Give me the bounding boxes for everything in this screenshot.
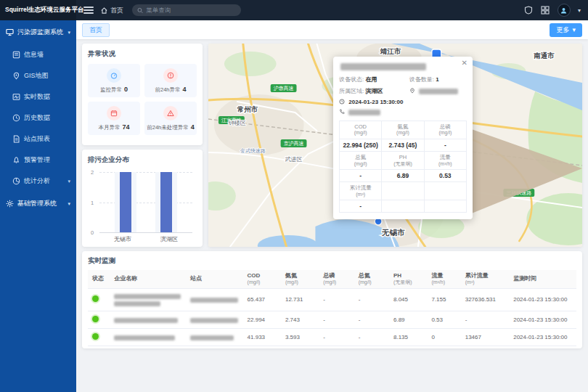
sidebar-root-pollution-monitoring[interactable]: 污染源监测系统 ▾ [0, 20, 76, 44]
sidebar-item-alert-management[interactable]: 预警管理 [0, 150, 76, 171]
tile-month-abnormal[interactable]: 本月异常74 [88, 102, 140, 135]
realtime-monitor-card: 实时监测 状态 企业名称 站点 COD(mg/l) 氨氮(mg/l) 总磷(mg… [82, 251, 582, 348]
popup-val-total-flow: - [340, 200, 382, 213]
popup-val-flow: 0.53 [424, 170, 466, 182]
bar-chart: 2 1 0 [99, 172, 192, 233]
sidebar-item-gis-map[interactable]: GIS地图 [0, 65, 76, 86]
table-row[interactable]: 41.933 3.593 - - 8.135 0 13467 2024-01-2… [88, 329, 576, 346]
chevron-down-icon[interactable]: ▾ [578, 7, 581, 14]
popup-col-ph: PH(无量纲) [382, 152, 424, 170]
redacted-site [190, 335, 234, 340]
table-row[interactable]: 22.994 2.743 - - 6.89 0.53 - 2024-01-23 … [88, 311, 576, 329]
gis-map[interactable]: 沪蓉高速 江宜高速 京沪高速 三环快速路 金武快速路 靖江市 南通市 常州市 钟… [208, 44, 582, 247]
empty-cell [424, 200, 466, 213]
sidebar-item-label: 统计分析 [24, 176, 50, 186]
redacted-address [419, 89, 458, 94]
sidebar-item-realtime-data[interactable]: 实时数据 [0, 86, 76, 107]
home-icon [101, 7, 107, 14]
tile-label: 监控异常 [100, 86, 122, 94]
top-bar: Squirrel生态环境云服务平台 首页 ▾ [0, 0, 588, 20]
svg-text:常州市: 常州市 [237, 105, 258, 113]
sidebar-item-label: 站点报表 [24, 134, 50, 144]
bar-binhu[interactable] [160, 172, 172, 232]
empty-cell [382, 200, 424, 213]
user-avatar[interactable] [558, 4, 571, 17]
sidebar-item-site-report[interactable]: 站点报表 [0, 128, 76, 150]
sidebar-item-history-data[interactable]: 历史数据 [0, 107, 76, 128]
close-icon[interactable]: ✕ [462, 59, 467, 67]
device-count-label: 设备数量: [409, 76, 434, 83]
y-tick: 2 [91, 169, 94, 176]
redacted-company [114, 294, 181, 299]
table-row[interactable]: 65.437 12.731 - - 8.045 7.155 327636.531… [88, 288, 576, 311]
redacted-site [190, 298, 238, 303]
popup-val-ph: 6.89 [382, 170, 424, 182]
redacted-company [114, 301, 160, 306]
x-tick: 无锡市 [99, 235, 146, 243]
redacted-device-name [340, 63, 426, 70]
main-area: 首页 更多 ▾ 异常状况 监控异常0 前24h异常4 [76, 20, 588, 392]
location-pin-icon [409, 88, 415, 94]
svg-text:武进区: 武进区 [285, 156, 303, 163]
chart-title: 排污企业分布 [88, 155, 197, 165]
popup-val-cod: 22.994 (250) [340, 139, 382, 152]
calendar-icon [107, 106, 121, 121]
svg-text:钟楼区: 钟楼区 [228, 120, 246, 126]
sidebar-item-statistics[interactable]: 统计分析 ▾ [0, 171, 76, 192]
dashboard-content: 异常状况 监控异常0 前24h异常4 [76, 39, 588, 392]
gear-icon [6, 200, 14, 208]
menu-search[interactable] [132, 4, 241, 16]
gridline [99, 172, 192, 173]
pie-chart-icon [12, 177, 20, 185]
clock-icon [12, 114, 20, 122]
y-tick: 1 [91, 199, 94, 205]
device-status-label: 设备状态: [339, 76, 364, 83]
empty-cell [424, 182, 466, 200]
breadcrumb[interactable]: 首页 [101, 6, 123, 15]
breadcrumb-home[interactable]: 首页 [110, 6, 123, 15]
search-input[interactable] [146, 7, 236, 14]
hamburger-icon[interactable] [83, 7, 94, 14]
popup-val-tp: - [424, 139, 466, 152]
monitor-icon [6, 28, 14, 36]
popup-col-nh3: 氨氮(mg/l) [382, 121, 424, 139]
more-button[interactable]: 更多 ▾ [550, 23, 582, 37]
status-dot [92, 316, 99, 322]
grid-icon[interactable] [541, 6, 550, 15]
sidebar-item-info-wall[interactable]: 信息墙 [0, 44, 76, 65]
chevron-down-icon: ▾ [68, 179, 70, 184]
popup-datetime: 2024-01-23 15:30:00 [348, 99, 403, 105]
tile-24h-abnormal[interactable]: 前24h异常4 [144, 64, 197, 97]
tile-value: 4 [183, 86, 187, 93]
document-icon [12, 135, 20, 143]
tile-value: 4 [191, 123, 195, 131]
chevron-down-icon: ▾ [572, 26, 576, 33]
map-pin-icon [12, 72, 20, 80]
empty-cell [382, 182, 424, 200]
sidebar-root-base-management[interactable]: 基础管理系统 ▾ [0, 192, 76, 216]
tile-24h-unhandled-abnormal[interactable]: 前24h未处理异常4 [144, 102, 197, 135]
tab-home[interactable]: 首页 [82, 23, 110, 37]
monitor-title: 实时监测 [88, 256, 576, 266]
shield-icon[interactable] [524, 6, 534, 15]
alert-icon [163, 106, 178, 121]
region-label: 所属区域: [339, 88, 364, 94]
tile-value: 74 [122, 123, 129, 131]
tile-label: 本月异常 [98, 124, 120, 131]
gridline [99, 203, 192, 203]
enterprise-distribution-card: 排污企业分布 2 1 0 无锡市 滨湖区 [82, 150, 203, 247]
svg-text:沪蓉高速: 沪蓉高速 [274, 86, 294, 91]
pulse-icon [12, 93, 20, 101]
redacted-company [114, 318, 178, 323]
device-count-value: 1 [436, 76, 438, 83]
region-value: 滨湖区 [365, 88, 383, 94]
tile-monitor-abnormal[interactable]: 监控异常0 [88, 64, 140, 97]
chevron-down-icon: ▾ [68, 201, 70, 207]
tile-label: 前24h异常 [155, 86, 180, 94]
sidebar-root2-label: 基础管理系统 [17, 199, 57, 208]
alert-icon [163, 68, 178, 83]
sidebar-item-label: GIS地图 [24, 71, 49, 81]
bar-wuxi[interactable] [120, 172, 131, 232]
svg-text:京沪高速: 京沪高速 [284, 141, 304, 147]
sidebar-item-label: 信息墙 [24, 50, 44, 60]
